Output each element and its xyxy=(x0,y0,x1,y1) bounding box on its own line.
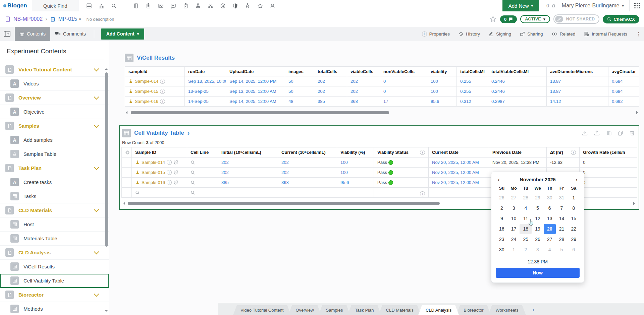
info-icon[interactable]: i xyxy=(167,170,172,175)
calendar-day[interactable]: 7 xyxy=(556,203,568,213)
column-header[interactable]: Previous Date xyxy=(489,147,547,158)
sidebar-item-objective[interactable]: AObjective xyxy=(0,105,109,119)
column-header[interactable]: totalViableCellsMl xyxy=(488,67,547,76)
sidebar-item-bioreactor[interactable]: Bioreactor xyxy=(0,288,109,302)
next-month-icon[interactable]: › xyxy=(574,176,580,183)
sidebar-item-vicell-results[interactable]: ViCell Results xyxy=(0,260,109,274)
column-header[interactable]: UploadDate xyxy=(226,67,285,76)
column-header[interactable]: Cell Line xyxy=(187,147,218,158)
signing-button[interactable]: Signing xyxy=(489,32,511,37)
column-header[interactable]: Viability (%) xyxy=(337,147,374,158)
search-icon[interactable] xyxy=(111,3,117,9)
tab-comments[interactable]: Comments xyxy=(50,27,91,41)
sidebar-scrollbar[interactable] xyxy=(105,67,108,313)
cell[interactable]: 202 xyxy=(218,158,278,168)
info-icon[interactable]: i xyxy=(420,150,425,155)
bar-chart-icon[interactable] xyxy=(99,3,104,9)
tab-overview[interactable]: Overview xyxy=(288,305,321,315)
calendar-day[interactable]: 30 xyxy=(496,245,508,255)
chevron-down-icon[interactable] xyxy=(94,123,99,128)
flask-icon[interactable] xyxy=(245,3,251,9)
unlink-icon[interactable] xyxy=(173,160,178,165)
column-header[interactable]: Δt (hr)i xyxy=(547,147,580,158)
clipboard-check-icon[interactable] xyxy=(183,3,189,9)
scroll-left-icon[interactable] xyxy=(122,202,125,205)
tab-bioreactor[interactable]: Bioreactor xyxy=(456,305,491,315)
calendar-day[interactable]: 5 xyxy=(532,203,544,213)
calendar-day[interactable]: 16 xyxy=(496,224,508,234)
upload-icon[interactable] xyxy=(594,130,600,136)
column-header[interactable]: avgCircular xyxy=(608,67,639,76)
calendar-day[interactable]: 27 xyxy=(544,234,556,245)
cell-line-cell[interactable] xyxy=(187,158,218,168)
related-button[interactable]: Related xyxy=(552,32,576,37)
chevron-down-icon[interactable] xyxy=(94,207,99,212)
now-button[interactable]: Now xyxy=(496,268,580,278)
info-icon[interactable]: i xyxy=(571,150,576,155)
scrollbar-thumb[interactable] xyxy=(105,72,108,247)
chevron-down-icon[interactable] xyxy=(94,165,99,170)
collapse-panel-icon[interactable] xyxy=(3,30,11,37)
column-header[interactable]: runDate xyxy=(185,67,226,76)
tab-task-plan[interactable]: Task Plan xyxy=(347,305,381,315)
more-options-icon[interactable]: ⋮ xyxy=(636,33,638,35)
calendar-day[interactable]: 1 xyxy=(568,193,580,203)
column-header[interactable]: Viability Statusi xyxy=(374,147,429,158)
calendar-day[interactable]: 9 xyxy=(496,213,508,224)
column-header[interactable]: aveDiameterMicrons xyxy=(547,67,608,76)
star-icon[interactable] xyxy=(257,3,263,9)
cell[interactable]: 0 xyxy=(580,158,637,168)
column-header[interactable]: totalCells xyxy=(314,67,347,76)
calendar-day[interactable]: 6 xyxy=(568,245,580,255)
cell[interactable] xyxy=(580,188,637,198)
cell-line-cell[interactable] xyxy=(187,178,218,188)
sample-cell[interactable]: Sample-016i xyxy=(132,178,187,188)
current-date-cell[interactable]: Nov 20, 2025, 12:00 AM xyxy=(429,168,489,178)
info-icon[interactable]: i xyxy=(160,99,165,104)
calendar-day[interactable]: 24 xyxy=(508,234,520,245)
drag-handle[interactable] xyxy=(122,178,132,188)
scrollbar-thumb[interactable] xyxy=(131,111,389,114)
calendar-day[interactable]: 28 xyxy=(520,193,532,203)
previous-date-cell[interactable]: Nov 20, 2025, 12:38 PM xyxy=(489,158,547,168)
user-icon[interactable] xyxy=(270,3,275,9)
sidebar-item-materials-table[interactable]: Materials Table xyxy=(0,232,109,246)
scroll-left-icon[interactable] xyxy=(124,111,127,114)
calendar-day[interactable]: 28 xyxy=(556,234,568,245)
biogen-logo[interactable]: Biogen xyxy=(0,2,32,9)
scroll-down-icon[interactable] xyxy=(105,310,108,313)
chevron-down-icon[interactable] xyxy=(94,249,99,255)
calendar-day[interactable]: 17 xyxy=(508,224,520,234)
calendar-day[interactable]: 6 xyxy=(544,203,556,213)
notifications-button[interactable]: 0 xyxy=(546,3,556,9)
calendar-day[interactable]: 3 xyxy=(532,245,544,255)
cell[interactable]: 100 xyxy=(337,158,374,168)
comments-count-badge[interactable]: 0 xyxy=(500,15,517,23)
calendar-day[interactable]: 29 xyxy=(568,234,580,245)
sample-cell[interactable]: Sample-014i xyxy=(132,158,187,168)
sidebar-item-video-tutorial-content[interactable]: Video Tutorial Content xyxy=(0,63,109,77)
viability-title-link[interactable]: Cell Viability Table xyxy=(134,130,184,136)
column-header[interactable]: Current Date xyxy=(429,147,489,158)
sidebar-item-cld-materials[interactable]: CLD Materials xyxy=(0,203,109,217)
sample-cell[interactable]: Sample-015i xyxy=(125,86,185,97)
info-icon[interactable]: i xyxy=(160,79,165,84)
column-header[interactable]: images xyxy=(285,67,314,76)
sidebar-item-videos[interactable]: AVideos xyxy=(0,77,109,91)
sidebar-item-create-tasks[interactable]: ACreate tasks xyxy=(0,175,109,189)
sample-cell[interactable]: Sample-015i xyxy=(132,168,187,178)
cell[interactable]: 202 xyxy=(218,168,278,178)
annotation-icon[interactable] xyxy=(170,3,176,9)
app-launcher-icon[interactable] xyxy=(634,3,640,9)
column-header[interactable]: totalCellsMl xyxy=(457,67,488,76)
status-badge[interactable]: ACTIVE▾ xyxy=(520,15,550,23)
history-button[interactable]: History xyxy=(459,32,480,37)
internal-requests-button[interactable]: Internal Requests xyxy=(584,32,627,37)
add-new-button[interactable]: Add New▾ xyxy=(502,0,539,11)
breadcrumb-notebook-link[interactable]: NB-MP0002 xyxy=(13,16,43,22)
cell[interactable] xyxy=(337,188,374,198)
calendar-day[interactable]: 4 xyxy=(544,245,556,255)
node-graph-icon[interactable] xyxy=(208,3,213,9)
sample-search-cell[interactable] xyxy=(132,188,187,198)
shield-icon[interactable] xyxy=(232,3,238,9)
